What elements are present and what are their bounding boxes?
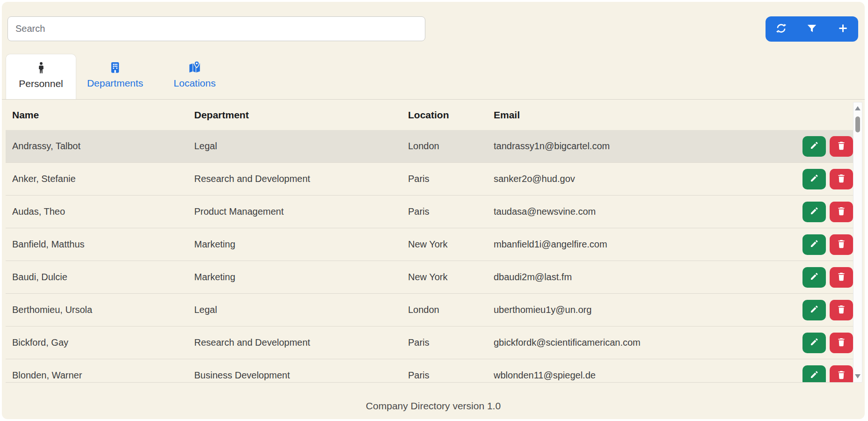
refresh-icon (775, 22, 788, 36)
filter-button[interactable] (796, 16, 827, 42)
cell-name: Blonden, Warner (12, 370, 194, 381)
cell-location: Paris (408, 337, 494, 348)
table-row[interactable]: Blonden, Warner Business Development Par… (6, 359, 853, 383)
tab-departments[interactable]: Departments (76, 54, 154, 99)
pencil-icon (809, 271, 819, 283)
delete-button[interactable] (830, 136, 853, 157)
row-actions (792, 267, 853, 288)
tab-label: Locations (174, 78, 216, 89)
edit-button[interactable] (802, 169, 826, 189)
pencil-icon (809, 239, 819, 250)
search-input[interactable] (7, 16, 425, 41)
page: Personnel Departments (0, 0, 868, 421)
cell-email: taudasa@newsvine.com (494, 206, 792, 217)
scroll-up-arrow[interactable] (855, 106, 861, 110)
column-header-location: Location (408, 109, 494, 121)
cell-department: Product Management (194, 206, 408, 217)
cell-name: Baudi, Dulcie (12, 272, 194, 283)
trash-icon (836, 370, 846, 381)
cell-email: dbaudi2m@last.fm (494, 272, 792, 283)
trash-icon (836, 206, 846, 218)
row-actions (792, 202, 853, 222)
cell-email: uberthomieu1y@un.org (494, 305, 792, 315)
tab-label: Departments (87, 78, 143, 89)
table-row[interactable]: Audas, Theo Product Management Paris tau… (6, 196, 853, 228)
toolbar (766, 16, 858, 42)
delete-button[interactable] (830, 169, 853, 189)
cell-email: gbickfordk@scientificamerican.com (494, 337, 792, 348)
edit-button[interactable] (802, 234, 826, 255)
pencil-icon (809, 140, 819, 152)
pencil-icon (809, 173, 819, 185)
delete-button[interactable] (830, 365, 853, 383)
scroll-down-arrow[interactable] (855, 374, 861, 378)
cell-name: Anker, Stefanie (12, 174, 194, 184)
trash-icon (836, 337, 846, 348)
building-icon (109, 59, 122, 76)
delete-button[interactable] (830, 267, 853, 288)
table-row[interactable]: Baudi, Dulcie Marketing New York dbaudi2… (6, 261, 853, 294)
table-row[interactable]: Bickford, Gay Research and Development P… (6, 327, 853, 359)
table-scrollbar[interactable] (853, 102, 862, 383)
filter-icon (806, 22, 818, 36)
edit-button[interactable] (802, 267, 826, 288)
delete-button[interactable] (830, 300, 853, 320)
pencil-icon (809, 370, 819, 381)
cell-name: Audas, Theo (12, 206, 194, 217)
edit-button[interactable] (802, 202, 826, 222)
delete-button[interactable] (830, 333, 853, 353)
cell-department: Business Development (194, 370, 408, 381)
cell-location: Paris (408, 370, 494, 381)
trash-icon (836, 304, 846, 316)
tab-bar: Personnel Departments (6, 54, 229, 99)
cell-name: Berthomieu, Ursola (12, 305, 194, 315)
add-button[interactable] (827, 16, 858, 42)
table-row[interactable]: Banfield, Matthus Marketing New York mba… (6, 228, 853, 261)
pencil-icon (809, 337, 819, 348)
cell-email: mbanfield1i@angelfire.com (494, 239, 792, 250)
map-pin-icon (188, 59, 202, 76)
cell-department: Legal (194, 141, 408, 152)
trash-icon (836, 239, 846, 250)
pencil-icon (809, 206, 819, 218)
cell-name: Bickford, Gay (12, 337, 194, 348)
delete-button[interactable] (830, 202, 853, 222)
cell-department: Legal (194, 305, 408, 315)
delete-button[interactable] (830, 234, 853, 255)
table-header: Name Department Location Email (6, 100, 853, 130)
pencil-icon (809, 304, 819, 316)
row-actions (792, 365, 853, 383)
tab-locations[interactable]: Locations (160, 54, 229, 99)
cell-email: sanker2o@hud.gov (494, 174, 792, 184)
refresh-button[interactable] (766, 16, 796, 42)
table-row[interactable]: Berthomieu, Ursola Legal London uberthom… (6, 294, 853, 327)
tab-label: Personnel (19, 78, 63, 89)
row-actions (792, 169, 853, 189)
table-row[interactable]: Andrassy, Talbot Legal London tandrassy1… (6, 130, 853, 163)
cell-department: Research and Development (194, 174, 408, 184)
cell-location: London (408, 141, 494, 152)
edit-button[interactable] (802, 333, 826, 353)
cell-location: Paris (408, 206, 494, 217)
column-header-name: Name (12, 109, 194, 121)
table-body: Andrassy, Talbot Legal London tandrassy1… (6, 130, 853, 383)
tab-personnel[interactable]: Personnel (6, 54, 76, 99)
scrollbar-thumb[interactable] (855, 116, 860, 132)
cell-location: London (408, 305, 494, 315)
cell-department: Research and Development (194, 337, 408, 348)
cell-name: Banfield, Matthus (12, 239, 194, 250)
edit-button[interactable] (802, 365, 826, 383)
column-header-email: Email (494, 109, 792, 121)
cell-location: New York (408, 239, 494, 250)
cell-location: New York (408, 272, 494, 283)
cell-department: Marketing (194, 239, 408, 250)
table-row[interactable]: Anker, Stefanie Research and Development… (6, 163, 853, 196)
cell-location: Paris (408, 174, 494, 184)
cell-email: tandrassy1n@bigcartel.com (494, 141, 792, 152)
edit-button[interactable] (802, 300, 826, 320)
row-actions (792, 300, 853, 320)
trash-icon (836, 140, 846, 152)
cell-name: Andrassy, Talbot (12, 141, 194, 152)
edit-button[interactable] (802, 136, 826, 157)
trash-icon (836, 271, 846, 283)
